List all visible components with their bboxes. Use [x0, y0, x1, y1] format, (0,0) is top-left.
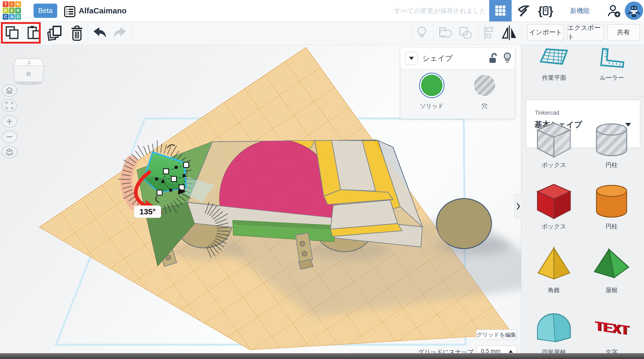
shape-library-sidebar: 作業平面 ルーラー Tinkercad 基本シェイプ	[521, 45, 644, 359]
cylinder-hole-icon	[592, 120, 631, 160]
shape-item-box-hole[interactable]: ボックス	[523, 120, 584, 169]
3d-canvas[interactable]: 135° 上 前	[0, 45, 521, 359]
inspector-header: シェイプ	[400, 48, 515, 70]
perspective-button[interactable]	[2, 146, 17, 158]
undo-button[interactable]	[92, 26, 107, 40]
shape-label: ボックス	[523, 161, 584, 169]
workplane-tool[interactable]: 作業平面	[525, 48, 583, 82]
text-shape-icon: TEXT TEXT	[592, 308, 631, 347]
toolbar-separator	[433, 23, 434, 43]
hole-swatch[interactable]	[472, 73, 497, 98]
logo-tile: I	[9, 1, 15, 7]
redo-button[interactable]	[113, 26, 128, 40]
avatar[interactable]	[625, 2, 643, 20]
home-view-button[interactable]	[2, 84, 17, 96]
group-button[interactable]	[438, 26, 452, 40]
shape-inspector-panel: シェイプ ソリッド 穴	[400, 48, 515, 119]
sidebar-divider	[522, 96, 644, 96]
shape-label: 円柱	[581, 161, 642, 169]
shape-item-box[interactable]: ボックス	[523, 182, 584, 230]
unlock-icon[interactable]	[488, 53, 498, 64]
shape-item-pyramid[interactable]: 角錐	[523, 246, 584, 294]
bulb-icon	[416, 26, 428, 41]
robot-avatar-image	[625, 2, 643, 20]
duplicate-button[interactable]	[48, 26, 62, 40]
add-person-button[interactable]	[604, 0, 624, 22]
svg-text:上: 上	[27, 60, 32, 65]
3d-editor-tab[interactable]	[489, 0, 512, 22]
share-button[interactable]: 共有	[607, 24, 640, 41]
fit-view-icon	[5, 102, 14, 109]
show-all-button[interactable]	[416, 26, 430, 40]
shape-item-cylinder[interactable]: 円柱	[581, 182, 642, 230]
design-menu-button[interactable]	[64, 6, 76, 18]
svg-text:TEXT: TEXT	[595, 318, 628, 338]
shape-label: 円柱	[581, 222, 642, 230]
mirror-button[interactable]	[500, 26, 515, 40]
inspector-body: ソリッド 穴	[400, 70, 515, 119]
logo-tile: K	[3, 8, 8, 14]
toolbar-separator	[522, 23, 522, 43]
toolbar-separator	[132, 23, 133, 43]
chevron-right-icon	[516, 202, 520, 210]
shape-item-roof[interactable]: 屋根	[581, 246, 642, 294]
shape-label: ボックス	[523, 222, 584, 230]
new-features-link[interactable]: 新機能	[565, 0, 594, 22]
logo-tile: C	[3, 14, 8, 20]
align-button[interactable]	[482, 26, 497, 40]
shape-label: 角錐	[523, 286, 584, 294]
bottom-bar	[0, 353, 644, 359]
logo-tile: D	[15, 14, 21, 20]
edit-grid-button[interactable]: グリッドを編集	[476, 330, 517, 340]
fit-view-button[interactable]	[2, 99, 17, 112]
collapse-panel-button[interactable]	[405, 52, 418, 65]
red-highlight-annotation	[1, 22, 41, 44]
toolbar-separator	[478, 23, 478, 43]
solid-label: ソリッド	[412, 102, 452, 110]
view-cube[interactable]: 上 前	[12, 52, 48, 88]
ruler-icon	[598, 48, 626, 71]
redo-icon	[113, 26, 128, 40]
undo-icon	[92, 26, 107, 40]
tinkercad-logo[interactable]: T I N K E R C A D	[3, 1, 22, 20]
collapse-sidebar-button[interactable]	[514, 194, 522, 218]
logo-tile: N	[15, 1, 21, 7]
save-status: すべての変更が保存されました	[388, 0, 486, 22]
export-button[interactable]: エクスポート	[567, 24, 604, 41]
hole-label: 穴	[464, 102, 505, 110]
tinkercad-app: T I N K E R C A D Beta AlfaCaimano すべての変…	[0, 0, 644, 359]
import-button[interactable]: インポート	[527, 24, 564, 41]
minecraft-export-button[interactable]	[512, 0, 534, 22]
design-title[interactable]: AlfaCaimano	[79, 0, 126, 22]
minecraft-pickaxe-icon	[517, 4, 530, 17]
shape-item-text[interactable]: TEXT TEXT 文字	[581, 308, 642, 356]
mirror-icon	[500, 26, 518, 40]
duplicate-icon	[48, 26, 62, 41]
workplane-label: 作業平面	[525, 74, 583, 82]
logo-tile: T	[3, 1, 8, 7]
box-icon	[534, 182, 574, 221]
ungroup-icon	[458, 26, 473, 40]
bulb-icon[interactable]	[503, 52, 512, 64]
zoom-in-button[interactable]	[2, 115, 17, 128]
svg-text:}: }	[549, 4, 553, 17]
cylinder-icon	[592, 182, 631, 221]
delete-button[interactable]	[70, 26, 84, 40]
logo-tile: A	[9, 14, 15, 20]
logo-tile: E	[9, 8, 15, 14]
shape-item-round-roof[interactable]: 円形屋根	[523, 308, 584, 356]
codeblocks-button[interactable]: { }	[535, 0, 556, 22]
shape-item-cylinder-hole[interactable]: 円柱	[581, 120, 642, 169]
roof-icon	[592, 246, 631, 285]
round-roof-icon	[534, 308, 574, 347]
solid-swatch[interactable]	[419, 73, 444, 98]
ungroup-button[interactable]	[458, 26, 473, 40]
svg-text:{: {	[538, 4, 542, 17]
zoom-out-button[interactable]	[2, 130, 17, 143]
beta-badge[interactable]: Beta	[34, 4, 57, 18]
library-kicker: Tinkercad	[535, 110, 559, 116]
shape-label: 屋根	[581, 286, 642, 294]
chevron-down-icon	[409, 57, 414, 60]
ruler-tool[interactable]: ルーラー	[583, 48, 641, 82]
inspector-title: シェイプ	[422, 48, 452, 69]
